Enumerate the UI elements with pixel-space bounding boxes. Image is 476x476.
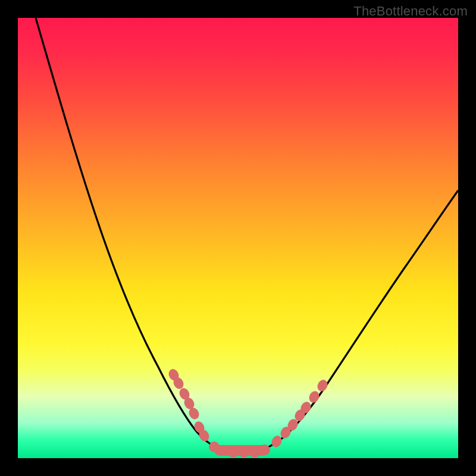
svg-point-13 [259,444,270,455]
svg-point-9 [218,445,228,456]
marker-cluster-left [167,367,211,443]
svg-point-11 [239,447,249,458]
marker-cluster-bottom [209,441,270,458]
svg-point-10 [228,447,239,458]
svg-point-12 [249,447,260,458]
svg-point-19 [307,389,321,404]
chart-frame: TheBottleneck.com [0,0,476,476]
bottleneck-curve [36,18,458,452]
plot-gradient-area [18,18,458,458]
marker-cluster-right [270,378,330,449]
curve-svg [18,18,458,458]
svg-point-20 [315,378,330,393]
watermark-text: TheBottleneck.com [353,4,468,19]
